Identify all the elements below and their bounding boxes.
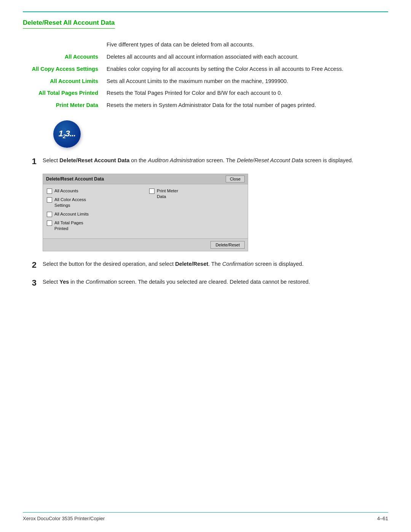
term-total-pages: All Total Pages Printed <box>23 89 107 97</box>
term-all-accounts: All Accounts <box>23 53 107 61</box>
def-row-total-pages: All Total Pages Printed Resets the Total… <box>23 89 388 97</box>
screenshot-delete-reset-button[interactable]: Delete/Reset <box>210 241 245 249</box>
section-title: Delete/Reset All Account Data <box>23 19 115 29</box>
desc-total-pages: Resets the Total Pages Printed for Color… <box>107 89 388 97</box>
steps-icon-text: 123... <box>59 129 76 139</box>
page-footer: Xerox DocuColor 3535 Printer/Copier 4–61 <box>23 512 388 521</box>
screenshot-label-color-access: All Color AccessSettings <box>54 197 86 208</box>
step-3-text: Select Yes in the Confirmation screen. T… <box>43 278 388 286</box>
screenshot-checkbox-print-meter[interactable] <box>149 189 155 194</box>
screenshot-close-button[interactable]: Close <box>226 176 245 182</box>
screenshot-header: Delete/Reset Account Data Close <box>43 174 248 184</box>
screenshot-item-account-limits: All Account Limits <box>47 211 142 217</box>
screenshot-item-total-pages: All Total PagesPrinted <box>47 220 142 232</box>
screenshot-mockup: Delete/Reset Account Data Close All Acco… <box>43 174 248 251</box>
step-1-number: 1 <box>23 156 37 167</box>
def-row-account-limits: All Account Limits Sets all Account Limi… <box>23 77 388 86</box>
step-2-number: 2 <box>23 260 37 271</box>
screenshot-label-all-accounts: All Accounts <box>54 188 78 194</box>
definition-table: All Accounts Deletes all accounts and al… <box>23 53 388 110</box>
screenshot-label-print-meter: Print MeterData <box>157 188 178 200</box>
step-3-row: 3 Select Yes in the Confirmation screen.… <box>23 278 388 289</box>
step-2-text: Select the button for the desired operat… <box>43 260 388 268</box>
footer-page-number: 4–61 <box>377 516 388 521</box>
screenshot-body: All Accounts All Color AccessSettings Al… <box>43 184 248 238</box>
screenshot-footer: Delete/Reset <box>43 238 248 251</box>
screenshot-checkbox-color-access[interactable] <box>47 197 52 203</box>
def-row-copy-access: All Copy Access Settings Enables color c… <box>23 65 388 73</box>
page-content: Delete/Reset All Account Data Five diffe… <box>23 12 388 288</box>
screenshot-item-all-accounts: All Accounts <box>47 188 142 194</box>
screenshot-item-color-access: All Color AccessSettings <box>47 197 142 208</box>
screenshot-checkbox-all-accounts[interactable] <box>47 189 52 194</box>
desc-copy-access: Enables color copying for all accounts b… <box>107 65 388 73</box>
def-row-print-meter: Print Meter Data Resets the meters in Sy… <box>23 101 388 110</box>
step-3-number: 3 <box>23 278 37 289</box>
footer-product-name: Xerox DocuColor 3535 Printer/Copier <box>23 516 105 521</box>
intro-text: Five different types of data can be dele… <box>107 42 388 48</box>
def-row-all-accounts: All Accounts Deletes all accounts and al… <box>23 53 388 61</box>
screenshot-checkbox-account-limits[interactable] <box>47 212 52 217</box>
screenshot-col-left: All Accounts All Color AccessSettings Al… <box>47 188 142 235</box>
step-2-row: 2 Select the button for the desired oper… <box>23 260 388 271</box>
desc-print-meter: Resets the meters in System Administrato… <box>107 101 388 110</box>
step-1-text: Select Delete/Reset Account Data on the … <box>43 156 388 165</box>
screenshot-label-account-limits: All Account Limits <box>54 211 89 217</box>
screenshot-label-total-pages: All Total PagesPrinted <box>54 220 83 232</box>
steps-icon-row: 123... <box>53 120 388 148</box>
screenshot-checkbox-total-pages[interactable] <box>47 220 52 226</box>
screenshot-title: Delete/Reset Account Data <box>46 176 104 182</box>
term-copy-access: All Copy Access Settings <box>23 65 107 73</box>
desc-account-limits: Sets all Account Limits to the maximum n… <box>107 77 388 86</box>
term-account-limits: All Account Limits <box>23 77 107 86</box>
step-1-row: 1 Select Delete/Reset Account Data on th… <box>23 156 388 167</box>
screenshot-item-print-meter: Print MeterData <box>149 188 244 200</box>
desc-all-accounts: Deletes all accounts and all account inf… <box>107 53 388 61</box>
screenshot-col-right: Print MeterData <box>149 188 244 235</box>
steps-icon: 123... <box>53 120 81 148</box>
term-print-meter: Print Meter Data <box>23 101 107 110</box>
